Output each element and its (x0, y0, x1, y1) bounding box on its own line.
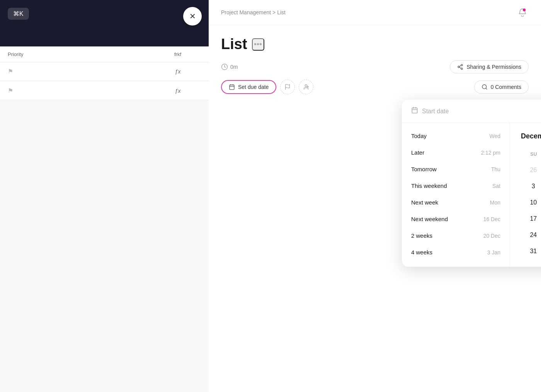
calendar-day[interactable]: 24 (526, 227, 541, 243)
weekday-labels: SUMOTUWETHFRSA (521, 149, 541, 159)
svg-point-0 (523, 9, 526, 11)
action-left-group: Set due date (221, 80, 313, 94)
main-content: Project Management > List List ••• 0m (209, 0, 541, 392)
left-table-area: Priority frkf ⚑ ƒx ⚑ ƒx (0, 46, 209, 392)
flag-icon: ⚑ (8, 87, 13, 94)
more-options-button[interactable]: ••• (252, 38, 264, 51)
quick-option-item[interactable]: This weekend Sat (402, 177, 510, 194)
close-icon: ✕ (189, 12, 196, 21)
comments-button[interactable]: 0 Comments (474, 80, 529, 94)
svg-rect-7 (230, 85, 234, 90)
quick-option-date: 3 Jan (487, 249, 500, 256)
quick-option-date: 20 Dec (483, 233, 500, 239)
calendar-month-title: December 2023 (521, 132, 541, 140)
quick-option-label: Next week (411, 199, 438, 206)
add-person-button[interactable] (299, 80, 313, 94)
weekday-label: SU (521, 149, 541, 159)
shortcut-badge: ⌘K (8, 8, 29, 20)
quick-option-item[interactable]: Next week Mon (402, 194, 510, 211)
notification-icon[interactable] (516, 6, 529, 19)
set-due-date-button[interactable]: Set due date (221, 80, 276, 94)
calendar-day[interactable]: 17 (526, 211, 541, 227)
sharing-btn-label: Sharing & Permissions (466, 64, 521, 70)
quick-option-item[interactable]: Tomorrow Thu (402, 161, 510, 177)
comments-label: 0 Comments (491, 84, 521, 90)
due-date-label: Set due date (238, 84, 269, 90)
quick-option-label: Tomorrow (411, 166, 437, 172)
start-date-label: Start date (422, 108, 449, 115)
time-value: 0m (230, 64, 238, 70)
col-priority-header: Priority (8, 51, 155, 57)
time-badge: 0m (221, 63, 238, 70)
quick-option-label: This weekend (411, 182, 447, 189)
table-header: Priority frkf (0, 47, 209, 62)
more-icon: ••• (254, 40, 262, 49)
svg-line-5 (459, 67, 461, 68)
quick-option-date: Thu (491, 166, 500, 172)
calendar-grid: SUMOTUWETHFRSA 2627282930123456789101112… (521, 149, 541, 259)
quick-option-label: 4 weeks (411, 249, 432, 256)
left-sidebar: ⌘K ✕ Priority frkf ⚑ ƒx ⚑ ƒx (0, 0, 209, 392)
page-title: List (221, 36, 247, 53)
quick-option-label: 2 weeks (411, 232, 432, 239)
quick-option-date: 2:12 pm (481, 150, 500, 156)
quick-option-item[interactable]: Next weekend 16 Dec (402, 211, 510, 227)
calendar-day[interactable]: 26 (526, 162, 541, 178)
start-date-field[interactable]: Start date (402, 100, 541, 123)
main-header: Project Management > List (209, 0, 541, 25)
date-inputs-row: Start date Due date (402, 100, 541, 123)
close-button[interactable]: ✕ (183, 7, 202, 26)
quick-option-label: Today (411, 133, 427, 139)
quick-option-item[interactable]: 4 weeks 3 Jan (402, 244, 510, 261)
col-frkf-header: frkf (155, 51, 201, 57)
table-row: ⚑ ƒx (0, 62, 209, 81)
quick-option-date: Wed (489, 133, 500, 139)
fx-formula: ƒx (155, 68, 201, 75)
actions-row: Set due date 0 (209, 80, 541, 102)
quick-option-label: Later (411, 149, 424, 156)
flag-button[interactable] (280, 80, 295, 94)
quick-option-date: 16 Dec (483, 216, 500, 222)
svg-point-12 (305, 85, 307, 87)
quick-option-date: Sat (492, 183, 500, 189)
calendar-days: 2627282930123456789101112131415161718192… (521, 162, 541, 259)
quick-option-label: Next weekend (411, 216, 448, 222)
calendar-day[interactable]: 10 (526, 195, 541, 210)
calendar-day[interactable]: 31 (526, 244, 541, 259)
svg-line-16 (486, 88, 487, 89)
breadcrumb: Project Management > List (221, 9, 286, 15)
svg-line-6 (459, 65, 461, 66)
datepicker-dropdown: Start date Due date Today Wed (402, 100, 541, 267)
flag-icon: ⚑ (8, 68, 13, 75)
toolbar-row: 0m Sharing & Permissions (209, 60, 541, 80)
picker-body: Today Wed Later 2:12 pm Tomorrow Thu Thi… (402, 123, 541, 267)
page-title-row: List ••• (221, 36, 529, 53)
calendar-icon (411, 107, 418, 116)
quick-options-list: Today Wed Later 2:12 pm Tomorrow Thu Thi… (402, 123, 510, 267)
quick-option-item[interactable]: 2 weeks 20 Dec (402, 227, 510, 244)
calendar-panel: December 2023 Today ‹ › SUMOTUWETHFRSA 2… (510, 123, 541, 267)
svg-rect-17 (412, 108, 417, 113)
table-row: ⚑ ƒx (0, 82, 209, 100)
fx-formula: ƒx (155, 88, 201, 94)
quick-option-item[interactable]: Later 2:12 pm (402, 144, 510, 161)
quick-option-date: Mon (490, 199, 500, 206)
calendar-day[interactable]: 3 (526, 179, 541, 194)
page-title-area: List ••• (209, 25, 541, 53)
sharing-permissions-button[interactable]: Sharing & Permissions (450, 60, 529, 73)
calendar-header: December 2023 Today ‹ › (521, 131, 541, 141)
quick-option-item[interactable]: Today Wed (402, 128, 510, 144)
